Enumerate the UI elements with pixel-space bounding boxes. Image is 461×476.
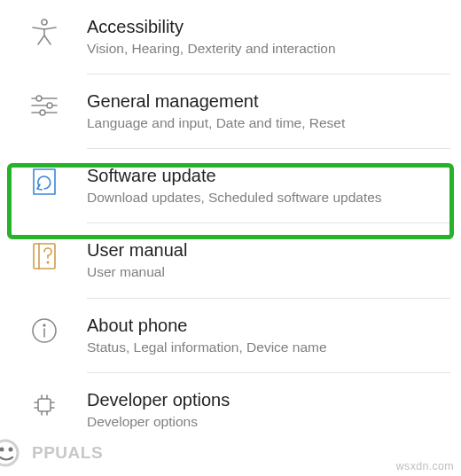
- svg-rect-13: [38, 399, 51, 411]
- settings-text: Developer options Developer options: [64, 389, 450, 431]
- watermark-left: PPUALS: [0, 433, 103, 472]
- svg-point-6: [40, 110, 45, 115]
- settings-item-subtitle: Vision, Hearing, Dexterity and interacti…: [87, 40, 445, 58]
- accessibility-icon: [25, 16, 64, 48]
- settings-item-title: User manual: [87, 239, 445, 261]
- settings-text: About phone Status, Legal information, D…: [64, 315, 450, 356]
- settings-item-software-update[interactable]: Software update Download updates, Schedu…: [0, 149, 461, 222]
- settings-item-subtitle: Status, Legal information, Device name: [87, 339, 445, 356]
- settings-item-subtitle: User manual: [87, 263, 445, 281]
- settings-item-subtitle: Download updates, Scheduled software upd…: [87, 189, 445, 207]
- settings-item-accessibility[interactable]: Accessibility Vision, Hearing, Dexterity…: [0, 0, 461, 74]
- settings-item-title: About phone: [87, 315, 445, 337]
- manual-icon: [25, 239, 64, 271]
- svg-point-4: [47, 103, 52, 108]
- settings-item-title: Software update: [87, 165, 445, 187]
- svg-point-11: [43, 324, 45, 326]
- settings-item-subtitle: Developer options: [87, 413, 445, 431]
- info-icon: [25, 315, 64, 345]
- settings-text: Accessibility Vision, Hearing, Dexterity…: [64, 16, 450, 58]
- watermark-left-text: PPUALS: [32, 443, 103, 463]
- settings-item-subtitle: Language and input, Date and time, Reset: [87, 114, 445, 132]
- settings-text: Software update Download updates, Schedu…: [64, 165, 450, 207]
- svg-point-24: [9, 448, 13, 452]
- settings-item-general-management[interactable]: General management Language and input, D…: [0, 74, 461, 148]
- settings-item-about-phone[interactable]: About phone Status, Legal information, D…: [0, 299, 461, 372]
- settings-text: User manual User manual: [64, 239, 450, 281]
- settings-text: General management Language and input, D…: [64, 90, 450, 132]
- developer-icon: [25, 389, 64, 419]
- settings-item-title: Accessibility: [87, 16, 445, 38]
- sliders-icon: [25, 90, 64, 119]
- settings-item-user-manual[interactable]: User manual User manual: [0, 223, 461, 297]
- svg-point-22: [0, 441, 18, 465]
- svg-point-0: [42, 20, 47, 25]
- svg-rect-7: [34, 244, 55, 269]
- svg-point-2: [36, 96, 42, 101]
- settings-item-title: General management: [87, 90, 445, 113]
- watermark-right: wsxdn.com: [396, 460, 454, 472]
- settings-item-title: Developer options: [87, 389, 445, 411]
- update-icon: [25, 165, 64, 197]
- svg-point-9: [47, 262, 49, 264]
- settings-list: Accessibility Vision, Hearing, Dexterity…: [0, 0, 461, 447]
